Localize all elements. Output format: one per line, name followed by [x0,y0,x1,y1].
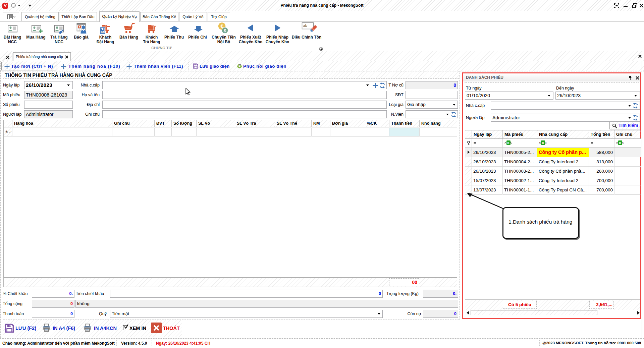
svg-text:ab: ab [303,23,307,27]
svg-text:$: $ [224,28,226,33]
